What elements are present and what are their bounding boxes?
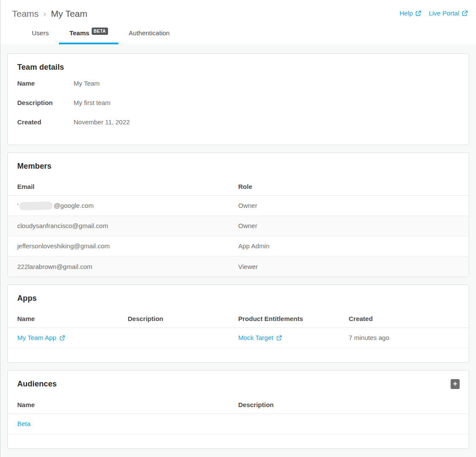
audience-name-link[interactable]: Beta xyxy=(17,420,31,428)
members-table-body: ' @google.com Owner cloudysanfrancisco@g… xyxy=(8,196,469,277)
column-header-role: Role xyxy=(238,183,460,191)
help-link[interactable]: Help xyxy=(399,9,421,17)
apps-table-header: Name Description Product Entitlements Cr… xyxy=(8,303,469,328)
redaction-scribble xyxy=(19,201,53,210)
tab-bar: Users TeamsBETA Authentication xyxy=(12,29,468,44)
breadcrumb: Teams › My Team xyxy=(12,8,87,19)
field-label: Name xyxy=(17,79,74,99)
breadcrumb-parent[interactable]: Teams xyxy=(12,8,39,19)
tab-authentication[interactable]: Authentication xyxy=(118,29,180,44)
field-row-description: Description My first team xyxy=(17,99,459,118)
member-email: 222larabrown@gmail.com xyxy=(17,263,238,271)
audience-row: Beta xyxy=(8,414,469,434)
field-label: Description xyxy=(17,99,74,118)
member-email-redacted: ' @google.com xyxy=(17,202,238,210)
add-audience-button[interactable]: + xyxy=(451,379,460,389)
external-link-icon xyxy=(415,10,421,16)
member-email: cloudysanfrancisco@gmail.com xyxy=(17,222,238,230)
team-details-title: Team details xyxy=(17,62,64,72)
member-role: Viewer xyxy=(238,263,460,271)
tab-teams[interactable]: TeamsBETA xyxy=(59,29,118,44)
field-label: Created xyxy=(17,118,74,137)
tab-users[interactable]: Users xyxy=(22,29,59,44)
external-link-icon xyxy=(462,10,468,16)
live-portal-link[interactable]: Live Portal xyxy=(429,9,468,17)
table-footer-row xyxy=(8,434,469,448)
breadcrumb-current: My Team xyxy=(51,8,87,19)
external-link-icon xyxy=(59,335,65,341)
audiences-title: Audiences xyxy=(17,379,57,389)
column-header-email: Email xyxy=(17,183,238,191)
plus-icon: + xyxy=(453,380,457,387)
apps-title: Apps xyxy=(17,293,37,303)
audiences-card: Audiences + Name Description Beta xyxy=(7,370,469,449)
column-header-description: Description xyxy=(238,401,460,409)
breadcrumb-chevron-icon: › xyxy=(43,8,46,19)
member-role: Owner xyxy=(238,202,460,210)
audiences-table-header: Name Description xyxy=(8,389,469,414)
beta-badge: BETA xyxy=(92,28,108,35)
column-header-name: Name xyxy=(17,401,238,409)
member-role: App Admin xyxy=(238,242,460,250)
team-details-card: Team details Name My Team Description My… xyxy=(7,53,469,145)
column-header-product-entitlements: Product Entitlements xyxy=(238,315,349,323)
column-header-description: Description xyxy=(128,315,238,323)
app-row: My Team App Mock Target xyxy=(8,328,469,348)
member-row: ' @google.com Owner xyxy=(8,196,469,216)
external-link-icon xyxy=(276,335,282,341)
members-title: Members xyxy=(17,161,52,171)
top-bar: Teams › My Team Help Live Portal xyxy=(0,0,476,44)
apps-card: Apps Name Description Product Entitlemen… xyxy=(7,284,469,363)
member-row: jeffersonloveshiking@gmail.com App Admin xyxy=(8,236,469,256)
column-header-name: Name xyxy=(17,315,128,323)
member-row: 222larabrown@gmail.com Viewer xyxy=(8,256,469,277)
app-created: 7 minutes ago xyxy=(349,334,459,342)
audiences-table-body: Beta xyxy=(8,414,469,448)
app-name-link[interactable]: My Team App xyxy=(17,334,65,342)
field-row-created: Created November 11, 2022 xyxy=(17,118,459,137)
members-card: Members Email Role ' @google.com Owner c… xyxy=(7,152,469,277)
main-content: Team details Name My Team Description My… xyxy=(0,44,476,449)
member-email: jeffersonloveshiking@gmail.com xyxy=(17,242,238,250)
member-role: Owner xyxy=(238,222,460,230)
field-row-name: Name My Team xyxy=(17,79,459,99)
team-details-fields: Name My Team Description My first team C… xyxy=(8,72,469,145)
field-value: November 11, 2022 xyxy=(74,118,130,137)
field-value: My Team xyxy=(74,79,100,99)
apps-table-body: My Team App Mock Target xyxy=(8,328,469,362)
product-entitlement-link[interactable]: Mock Target xyxy=(238,334,282,342)
table-footer-row xyxy=(8,348,469,362)
column-header-created: Created xyxy=(349,315,459,323)
members-table-header: Email Role xyxy=(8,171,469,196)
portal-links: Help Live Portal xyxy=(399,8,468,17)
field-value: My first team xyxy=(74,99,111,118)
member-row: cloudysanfrancisco@gmail.com Owner xyxy=(8,216,469,236)
